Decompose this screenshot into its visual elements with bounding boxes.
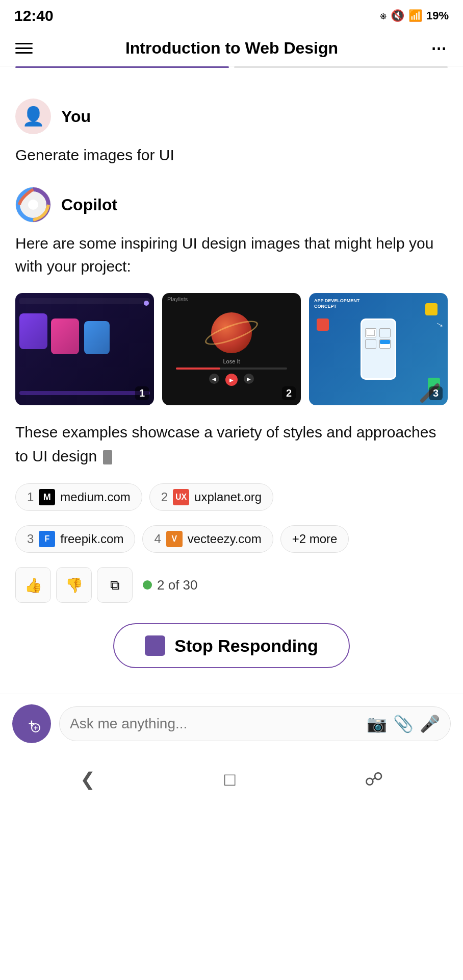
user-message: 👤 You Generate images for UI xyxy=(15,99,448,166)
bottom-navigation: ❮ □ ☍ xyxy=(0,753,463,811)
source-favicon-vecteezy: V xyxy=(166,531,183,547)
tab-inactive[interactable] xyxy=(234,66,448,68)
image-number-3: 3 xyxy=(429,386,443,400)
image-label-3: APP DEVELOPMENTCONCEPT xyxy=(314,298,359,309)
source-favicon-ux: UX xyxy=(173,489,189,505)
sticky-note-yellow xyxy=(425,303,438,315)
source-num-1: 1 xyxy=(27,490,34,504)
battery-level: 19% xyxy=(426,9,449,22)
source-num-2: 2 xyxy=(161,490,168,504)
camera-icon[interactable]: 📷 xyxy=(367,714,387,733)
image-number-2: 2 xyxy=(282,386,296,400)
source-links-row2: 3 F freepik.com 4 V vecteezy.com +2 more xyxy=(15,525,448,553)
user-icon: 👤 xyxy=(22,106,45,127)
count-dot xyxy=(143,580,152,590)
stop-responding-button[interactable]: Stop Responding xyxy=(113,623,349,668)
copilot-message: Copilot Here are some inspiring UI desig… xyxy=(15,187,448,603)
sticky-note-red xyxy=(317,318,329,331)
new-chat-button[interactable]: + + xyxy=(12,704,51,743)
new-chat-icon: + + xyxy=(21,714,42,734)
user-message-header: 👤 You xyxy=(15,99,448,134)
home-button[interactable]: □ xyxy=(209,764,251,795)
input-area: + + 📷 📎 🎤 xyxy=(0,694,463,753)
source-links-container: 1 M medium.com 2 UX uxplanet.org xyxy=(15,483,448,511)
page-title: Introduction to Web Design xyxy=(33,39,431,58)
source-domain-2: uxplanet.org xyxy=(194,490,262,504)
thumbs-down-button[interactable]: 👎 xyxy=(56,567,92,603)
source-more-label: +2 more xyxy=(292,532,338,546)
stop-icon xyxy=(145,635,165,656)
user-message-text: Generate images for UI xyxy=(15,143,448,166)
image-number-1: 1 xyxy=(135,386,149,400)
response-count: 2 of 30 xyxy=(157,577,198,593)
attachment-icon[interactable]: 📎 xyxy=(393,714,414,733)
source-domain-4: vecteezy.com xyxy=(188,532,262,546)
microphone-icon[interactable]: 🎤 xyxy=(420,714,440,733)
chat-area: 👤 You Generate images for UI Copilot Her… xyxy=(0,68,463,603)
user-avatar: 👤 xyxy=(15,99,51,134)
status-time: 12:40 xyxy=(14,7,54,24)
phone-mockup xyxy=(361,318,396,380)
response-count-badge: 2 of 30 xyxy=(143,577,198,593)
chat-input-wrap: 📷 📎 🎤 xyxy=(59,706,451,741)
recents-button[interactable]: ☍ xyxy=(349,764,398,795)
more-options-button[interactable]: ⋯ xyxy=(431,39,448,57)
sound-icon: 🔇 xyxy=(391,9,404,22)
source-domain-1: medium.com xyxy=(60,490,130,504)
tab-active[interactable] xyxy=(15,66,229,68)
generated-images-grid: 1 Playlists Lose It ◀ xyxy=(15,293,448,405)
copilot-logo-icon xyxy=(15,187,51,223)
generated-image-2[interactable]: Playlists Lose It ◀ ▶ ▶ 2 xyxy=(162,293,301,405)
source-domain-3: freepik.com xyxy=(60,532,123,546)
source-link-3[interactable]: 3 F freepik.com xyxy=(15,525,135,553)
menu-button[interactable] xyxy=(15,43,33,54)
source-link-4[interactable]: 4 V vecteezy.com xyxy=(142,525,273,553)
stop-responding-label: Stop Responding xyxy=(174,636,318,656)
action-buttons-row: 👍 👎 ⧉ 2 of 30 xyxy=(15,567,448,603)
app-header: Introduction to Web Design ⋯ xyxy=(0,30,463,66)
copilot-continuation-text: These examples showcase a variety of sty… xyxy=(15,421,448,468)
source-more-button[interactable]: +2 more xyxy=(280,525,349,553)
source-num-3: 3 xyxy=(27,532,34,546)
copilot-name: Copilot xyxy=(61,195,117,214)
back-button[interactable]: ❮ xyxy=(65,764,111,795)
generated-image-3[interactable]: APP DEVELOPMENTCONCEPT xyxy=(309,293,448,405)
status-icons: ⎈ 🔇 📶 19% xyxy=(380,9,449,22)
source-favicon-freepik: F xyxy=(39,531,55,547)
user-name: You xyxy=(61,107,91,126)
svg-text:+: + xyxy=(34,724,38,732)
copilot-message-header: Copilot xyxy=(15,187,448,223)
chat-input-field[interactable] xyxy=(70,716,361,732)
generated-image-1[interactable]: 1 xyxy=(15,293,154,405)
copy-button[interactable]: ⧉ xyxy=(97,567,133,603)
source-num-4: 4 xyxy=(154,532,161,546)
copilot-avatar xyxy=(15,187,51,223)
wifi-icon: 📶 xyxy=(408,9,422,22)
status-bar: 12:40 ⎈ 🔇 📶 19% xyxy=(0,0,463,30)
svg-point-1 xyxy=(28,200,38,210)
source-favicon-medium: M xyxy=(39,489,55,505)
source-link-2[interactable]: 2 UX uxplanet.org xyxy=(149,483,273,511)
stop-responding-container: Stop Responding xyxy=(0,623,463,668)
bluetooth-icon: ⎈ xyxy=(380,9,387,22)
copilot-intro-text: Here are some inspiring UI design images… xyxy=(15,232,448,278)
thumbs-up-button[interactable]: 👍 xyxy=(15,567,51,603)
typing-cursor xyxy=(103,450,112,464)
source-link-1[interactable]: 1 M medium.com xyxy=(15,483,142,511)
